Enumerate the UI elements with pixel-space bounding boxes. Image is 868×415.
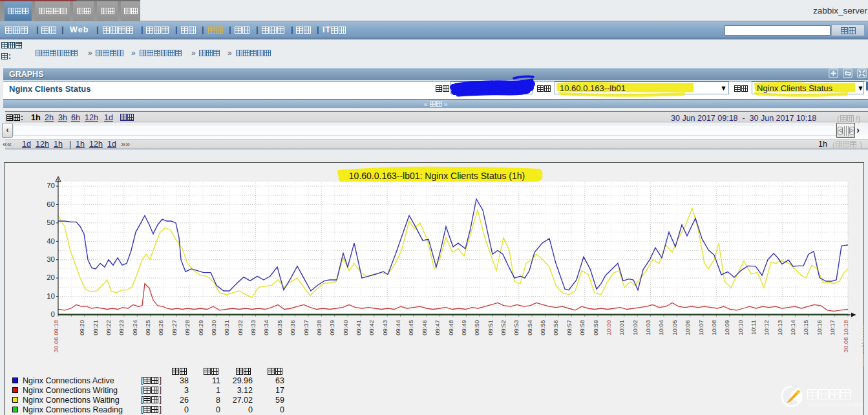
svg-text:10:10: 10:10 [737,320,744,335]
svg-text:09:44: 09:44 [394,320,401,335]
svg-text:09:59: 09:59 [592,320,599,335]
svg-text:09:41: 09:41 [355,320,362,335]
svg-text:30.06 09:18: 30.06 09:18 [52,320,59,352]
svg-text:09:51: 09:51 [487,320,494,335]
svg-text:09:47: 09:47 [434,320,441,335]
svg-text:www.zabbix.com: www.zabbix.com [861,325,864,367]
svg-text:10:06: 10:06 [684,320,691,335]
svg-text:09:38: 09:38 [315,320,323,335]
svg-text:09:23: 09:23 [118,320,125,335]
svg-text:09:24: 09:24 [131,320,138,335]
svg-text:10:09: 10:09 [723,320,730,335]
svg-text:09:42: 09:42 [368,320,375,335]
svg-text:40: 40 [47,237,55,245]
svg-text:09:31: 09:31 [223,320,230,335]
svg-text:10: 10 [47,292,55,300]
svg-text:20: 20 [47,273,55,281]
svg-text:10:00: 10:00 [605,320,612,335]
svg-text:09:34: 09:34 [262,320,270,335]
svg-text:10:03: 10:03 [644,320,651,335]
svg-text:09:39: 09:39 [328,320,335,335]
svg-text:09:29: 09:29 [197,320,204,335]
svg-text:30: 30 [47,255,55,263]
svg-text:09:50: 09:50 [473,320,480,335]
svg-text:09:26: 09:26 [157,320,164,335]
svg-text:10:11: 10:11 [750,320,757,335]
svg-text:10:01: 10:01 [618,320,625,335]
svg-text:09:52: 09:52 [500,320,507,335]
svg-text:09:46: 09:46 [421,320,428,335]
svg-text:60: 60 [47,200,55,208]
svg-text:10:16: 10:16 [816,320,823,335]
svg-text:09:58: 09:58 [578,320,586,335]
svg-text:10:15: 10:15 [802,320,809,335]
svg-text:09:40: 09:40 [342,320,349,335]
svg-text:09:33: 09:33 [249,320,257,335]
svg-text:09:57: 09:57 [566,320,573,335]
svg-text:09:43: 09:43 [381,320,388,335]
svg-text:0: 0 [51,310,55,318]
svg-text:10:17: 10:17 [829,320,836,335]
svg-text:09:35: 09:35 [276,320,283,335]
svg-text:10:08: 10:08 [710,320,717,335]
svg-text:10:13: 10:13 [776,320,783,335]
svg-text:09:25: 09:25 [144,320,151,335]
svg-text:50: 50 [47,218,55,226]
svg-text:09:48: 09:48 [447,320,454,335]
svg-text:09:45: 09:45 [407,320,414,335]
svg-text:10:14: 10:14 [789,320,796,335]
svg-text:30.06 10:18: 30.06 10:18 [842,320,849,352]
svg-text:09:49: 09:49 [460,320,467,335]
svg-text:09:55: 09:55 [539,320,546,335]
svg-text:09:56: 09:56 [552,320,559,335]
svg-text:10:05: 10:05 [671,320,678,335]
svg-text:09:37: 09:37 [302,320,310,335]
svg-text:09:54: 09:54 [526,320,533,335]
svg-text:09:30: 09:30 [210,320,217,335]
svg-text:10:02: 10:02 [631,320,639,335]
svg-text:09:27: 09:27 [171,320,178,335]
svg-text:70: 70 [47,182,55,189]
svg-text:09:21: 09:21 [92,320,99,335]
svg-text:09:22: 09:22 [105,320,112,335]
svg-text:09:32: 09:32 [237,320,244,335]
svg-text:09:36: 09:36 [289,320,296,335]
svg-text:10:07: 10:07 [697,320,704,335]
svg-text:09:20: 09:20 [78,320,85,335]
svg-text:09:53: 09:53 [513,320,520,335]
svg-text:09:28: 09:28 [184,320,191,335]
svg-text:10:12: 10:12 [763,320,770,335]
svg-text:10:04: 10:04 [657,320,664,335]
